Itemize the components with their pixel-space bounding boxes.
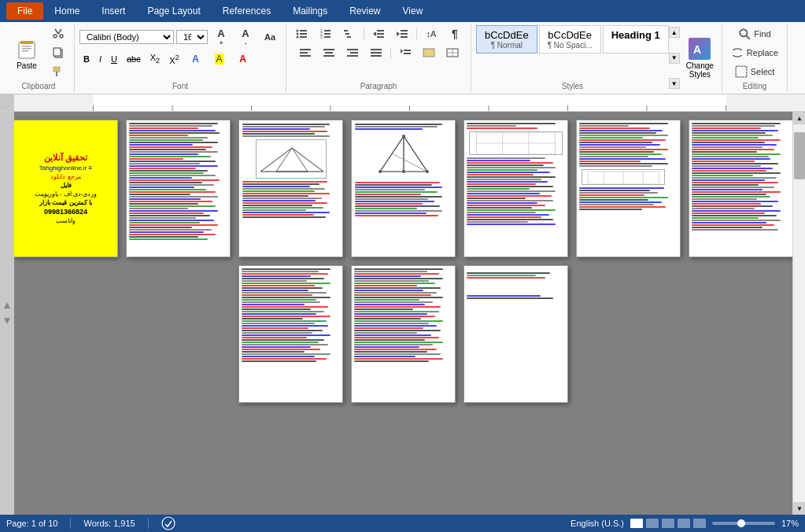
shrink-font-button[interactable]: A-	[234, 25, 257, 49]
svg-rect-48	[423, 49, 434, 57]
svg-point-83	[426, 170, 429, 173]
text-effects-button[interactable]: A	[185, 51, 207, 67]
style-heading1[interactable]: Heading 1	[603, 25, 669, 54]
paste-button[interactable]: Paste	[8, 33, 46, 73]
left-bar	[0, 112, 14, 515]
zoom-slider[interactable]	[712, 522, 775, 525]
tab-references[interactable]: References	[212, 2, 282, 20]
scroll-down-button[interactable]: ▼	[793, 502, 805, 515]
svg-line-76	[404, 136, 427, 172]
svg-line-73	[292, 148, 308, 172]
ribbon-content: Paste Clipboard	[0, 22, 805, 94]
svg-point-81	[402, 135, 405, 138]
tab-review[interactable]: Review	[338, 2, 391, 20]
svg-rect-8	[54, 67, 60, 72]
change-case-button[interactable]: Aa	[259, 30, 281, 44]
web-layout-icon[interactable]	[662, 519, 674, 528]
bullets-button[interactable]	[291, 25, 313, 42]
italic-button[interactable]: I	[95, 53, 105, 65]
line-spacing-button[interactable]	[394, 44, 416, 61]
styles-scroll-more-button[interactable]: ▼	[669, 78, 680, 89]
svg-rect-39	[347, 49, 358, 50]
tab-insert[interactable]: Insert	[90, 2, 136, 20]
copy-button[interactable]	[47, 44, 69, 61]
page-3-diagram	[256, 139, 327, 179]
full-reading-icon[interactable]	[646, 519, 659, 528]
find-button[interactable]: Find	[734, 25, 774, 42]
page-7-content	[689, 120, 792, 233]
svg-rect-46	[404, 50, 411, 51]
page-8-content	[239, 266, 342, 364]
tab-page-layout[interactable]: Page Layout	[136, 2, 211, 20]
page-5-table	[469, 131, 563, 155]
increase-indent-button[interactable]	[391, 25, 413, 42]
cut-button[interactable]	[47, 25, 69, 42]
title-bar: File Home Insert Page Layout References …	[0, 0, 805, 22]
sort-button[interactable]: ↕A	[420, 25, 442, 42]
scrollbar-thumb[interactable]	[794, 132, 805, 179]
svg-rect-41	[347, 55, 358, 57]
print-layout-icon[interactable]	[630, 519, 643, 528]
tab-file[interactable]: File	[6, 2, 43, 20]
shading-button[interactable]	[418, 44, 440, 61]
style-no-spacing-label: ¶ No Spaci...	[548, 41, 593, 50]
align-left-button[interactable]	[294, 44, 316, 61]
clipboard-label: Clipboard	[22, 80, 56, 91]
style-normal-preview: bCcDdEe	[485, 29, 529, 41]
strikethrough-button[interactable]: abc	[123, 53, 145, 65]
page-7	[689, 120, 792, 257]
svg-rect-13	[300, 33, 307, 35]
page-5	[463, 120, 568, 257]
show-formatting-button[interactable]: ¶	[444, 25, 466, 42]
font-name-select[interactable]: Calibri (Body)	[79, 30, 174, 44]
select-button[interactable]: Select	[731, 63, 779, 80]
subscript-button[interactable]: X2	[146, 51, 164, 66]
font-size-select[interactable]: 16	[176, 30, 208, 44]
editing-content: Find Replace Select	[727, 25, 782, 80]
svg-rect-4	[22, 48, 31, 50]
tab-view[interactable]: View	[392, 2, 434, 20]
divider2	[416, 28, 417, 39]
font-color-button[interactable]: A	[232, 51, 254, 67]
right-scrollbar[interactable]: ▲ ▼	[792, 112, 805, 515]
svg-rect-7	[54, 48, 61, 56]
ad-price-text: با کمترین قیمت بازار	[39, 199, 92, 206]
outline-icon[interactable]	[678, 519, 690, 528]
svg-line-75	[380, 136, 404, 172]
styles-scroll-up-button[interactable]: ▲	[669, 27, 680, 38]
page-5-content	[464, 120, 567, 227]
status-right-section: English (U.S.) 17%	[571, 519, 799, 528]
ad-subtitle: مرجع دانلود	[50, 173, 80, 180]
tab-home[interactable]: Home	[43, 2, 90, 20]
scroll-up-button[interactable]: ▲	[793, 112, 805, 124]
tab-mailings[interactable]: Mailings	[282, 2, 338, 20]
zoom-thumb[interactable]	[737, 519, 745, 527]
replace-button[interactable]: Replace	[727, 44, 782, 61]
svg-marker-45	[401, 49, 403, 54]
align-center-button[interactable]	[318, 44, 340, 61]
numbering-button[interactable]: 1.2.3.	[315, 25, 337, 42]
font-group: Calibri (Body) 16 A+ A- Aa B I U abc	[75, 24, 286, 92]
paragraph-bottom-row	[294, 44, 463, 61]
superscript-button[interactable]: X2	[165, 52, 183, 67]
draft-icon[interactable]	[693, 519, 706, 528]
document-scroll-area[interactable]: تحقیق آنلاین Tahghighonline.ir ≡ مرجع دا…	[14, 112, 792, 515]
style-normal[interactable]: bCcDdEe ¶ Normal	[476, 25, 537, 54]
scrollbar-track[interactable]	[793, 124, 805, 502]
paragraph-content: 1.2.3. ↕A ¶	[291, 25, 466, 80]
align-right-button[interactable]	[342, 44, 364, 61]
change-styles-button[interactable]: A ChangeStyles	[683, 25, 717, 91]
underline-button[interactable]: U	[107, 53, 121, 65]
justify-button[interactable]	[365, 44, 387, 61]
svg-rect-35	[300, 55, 311, 57]
format-painter-button[interactable]	[47, 63, 69, 80]
text-highlight-button[interactable]: A	[209, 51, 231, 67]
multilevel-list-button[interactable]	[338, 25, 360, 42]
styles-scroll-down-button[interactable]: ▼	[669, 53, 680, 64]
decrease-indent-button[interactable]	[367, 25, 390, 42]
style-no-spacing[interactable]: bCcDdEe ¶ No Spaci...	[539, 25, 601, 54]
bold-button[interactable]: B	[79, 53, 94, 65]
svg-line-54	[747, 35, 751, 39]
borders-button[interactable]	[441, 44, 463, 61]
grow-font-button[interactable]: A+	[210, 25, 232, 49]
